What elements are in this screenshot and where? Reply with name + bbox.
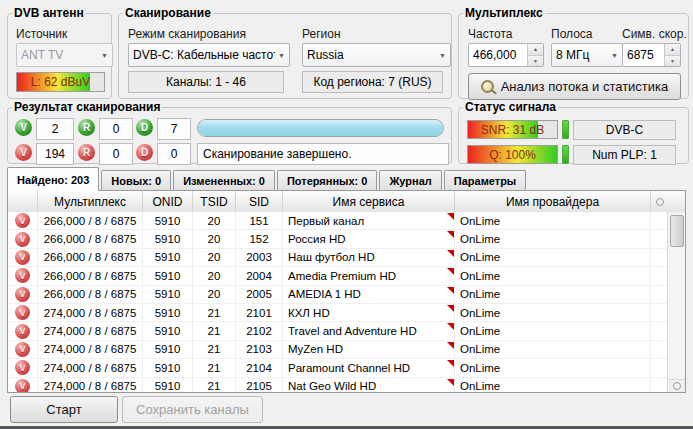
header-sid[interactable]: SID	[236, 191, 283, 212]
red-corner-marker-icon	[447, 231, 454, 238]
table-row[interactable]: V266,000 / 8 / 6875591020151Первый канал…	[8, 212, 668, 230]
header-corner-button[interactable]	[651, 191, 668, 212]
table-row[interactable]: V274,000 / 8 / 68755910212105Nat Geo Wil…	[8, 378, 668, 392]
magnifier-icon	[481, 80, 494, 93]
header-tsid[interactable]: TSID	[193, 191, 236, 212]
start-button[interactable]: Старт	[10, 396, 118, 423]
signal-level-text: L: 62 dBuV	[17, 73, 104, 91]
cell-sid: 2105	[236, 378, 283, 392]
cell-tsid: 21	[193, 304, 236, 321]
frequency-stepper[interactable]: 466,000 ▲▼	[468, 43, 544, 67]
table-row[interactable]: V266,000 / 8 / 6875591020152Россия HDOnL…	[8, 230, 668, 248]
cell-onid: 5910	[143, 304, 193, 321]
scan-mode-select[interactable]: DVB-C: Кабельные частоты ▼	[128, 43, 290, 67]
table-row[interactable]: V274,000 / 8 / 68755910212101КХЛ HDOnLim…	[8, 304, 668, 322]
source-label: Источник	[16, 27, 67, 41]
tab-lost[interactable]: Потерянных: 0	[277, 170, 378, 191]
header-onid[interactable]: ONID	[143, 191, 193, 212]
spin-up-icon[interactable]: ▲	[528, 44, 543, 55]
cell-onid: 5910	[143, 267, 193, 284]
start-button-label: Старт	[46, 402, 81, 417]
vertical-scrollbar[interactable]	[667, 212, 685, 392]
header-provider-name[interactable]: Имя провайдера	[455, 191, 651, 212]
source-select[interactable]: ANT TV ▼	[16, 43, 113, 67]
service-status-v-icon: V	[15, 213, 30, 228]
circle-icon	[673, 382, 681, 390]
cell-multiplex: 274,000 / 8 / 6875	[38, 341, 143, 358]
symrate-label: Симв. скор.	[622, 27, 687, 41]
cell-multiplex: 274,000 / 8 / 6875	[38, 322, 143, 339]
analyze-stream-button[interactable]: Анализ потока и статистика	[468, 73, 681, 100]
ok-r-count: 0	[99, 118, 133, 140]
cell-service-name: КХЛ HD	[283, 304, 455, 321]
symrate-spinner-icons[interactable]: ▲▼	[664, 44, 680, 66]
ok-r-icon: R	[78, 119, 95, 136]
tab-new[interactable]: Новых: 0	[101, 170, 171, 191]
tab-parameters[interactable]: Параметры	[444, 170, 526, 191]
cell-service-name: Nat Geo Wild HD	[283, 378, 455, 392]
cell-service-name: Paramount Channel HD	[283, 359, 455, 376]
table-header: Мультиплекс ONID TSID SID Имя сервиса Им…	[8, 191, 685, 213]
cell-tsid: 21	[193, 359, 236, 376]
cell-onid: 5910	[143, 378, 193, 392]
cell-tsid: 20	[193, 230, 236, 247]
save-channels-button[interactable]: Сохранить каналы	[122, 396, 263, 423]
red-corner-marker-icon	[447, 323, 454, 330]
header-multiplex[interactable]: Мультиплекс	[38, 191, 143, 212]
spin-down-icon[interactable]: ▼	[528, 55, 543, 67]
region-code-field: Код региона: 7 (RUS)	[302, 71, 443, 93]
cell-onid: 5910	[143, 230, 193, 247]
cell-tsid: 20	[193, 286, 236, 303]
cell-sid: 2005	[236, 286, 283, 303]
table-row[interactable]: V274,000 / 8 / 68755910212103MyZen HDOnL…	[8, 341, 668, 359]
app-window: DVB антенн Источник ANT TV ▼ L: 62 dBuV …	[0, 0, 693, 429]
symrate-value[interactable]: 6875	[623, 44, 664, 66]
cell-onid: 5910	[143, 212, 193, 229]
snr-lock-indicator	[562, 120, 569, 139]
service-status-v-icon: V	[15, 268, 30, 283]
cell-provider-name: OnLime	[455, 322, 651, 339]
service-status-v-icon: V	[15, 232, 30, 247]
table-row[interactable]: V266,000 / 8 / 68755910202004Amedia Prem…	[8, 267, 668, 285]
chevron-down-icon: ▼	[101, 52, 108, 59]
header-icon-col[interactable]	[8, 191, 38, 212]
tab-log[interactable]: Журнал	[379, 170, 441, 191]
cell-sid: 2003	[236, 249, 283, 266]
row-icon-cell: V	[8, 304, 38, 321]
scrollbar-thumb[interactable]	[670, 215, 684, 247]
cell-tsid: 20	[193, 267, 236, 284]
ok-d-icon: D	[136, 119, 153, 136]
band-select[interactable]: 8 МГц ▼	[551, 43, 623, 67]
header-service-name[interactable]: Имя сервиса	[283, 191, 455, 212]
cell-multiplex: 274,000 / 8 / 6875	[38, 378, 143, 392]
cell-service-name: MyZen HD	[283, 341, 455, 358]
red-corner-marker-icon	[447, 268, 454, 275]
cell-service-name: Наш футбол HD	[283, 249, 455, 266]
ok-v-icon: V	[15, 119, 32, 136]
cell-sid: 2004	[236, 267, 283, 284]
table-row[interactable]: V266,000 / 8 / 68755910202005AMEDIA 1 HD…	[8, 286, 668, 304]
cell-provider-name: OnLime	[455, 230, 651, 247]
frequency-value[interactable]: 466,000	[469, 44, 527, 66]
scrollbar-bottom-button[interactable]	[667, 379, 685, 392]
cell-onid: 5910	[143, 341, 193, 358]
group-dvb-antenna: DVB антенн Источник ANT TV ▼ L: 62 dBuV	[7, 6, 112, 99]
cell-sid: 2104	[236, 359, 283, 376]
region-select[interactable]: Russia ▼	[302, 43, 451, 67]
table-row[interactable]: V274,000 / 8 / 68755910212102Travel and …	[8, 322, 668, 340]
spin-up-icon[interactable]: ▲	[665, 44, 680, 55]
spin-down-icon[interactable]: ▼	[665, 55, 680, 67]
table-row[interactable]: V274,000 / 8 / 68755910212104Paramount C…	[8, 359, 668, 377]
cell-tsid: 20	[193, 249, 236, 266]
table-row[interactable]: V266,000 / 8 / 68755910202003Наш футбол …	[8, 249, 668, 267]
bad-v-icon: V	[15, 144, 32, 161]
tab-changed[interactable]: Измененных: 0	[173, 170, 275, 191]
frequency-spinner-icons[interactable]: ▲▼	[527, 44, 543, 66]
tab-found[interactable]: Найдено: 203	[7, 167, 99, 191]
service-status-v-icon: V	[15, 305, 30, 320]
row-icon-cell: V	[8, 286, 38, 303]
cell-provider-name: OnLime	[455, 286, 651, 303]
band-value: 8 МГц	[556, 48, 608, 62]
frequency-label: Частота	[468, 27, 512, 41]
symrate-stepper[interactable]: 6875 ▲▼	[622, 43, 681, 67]
